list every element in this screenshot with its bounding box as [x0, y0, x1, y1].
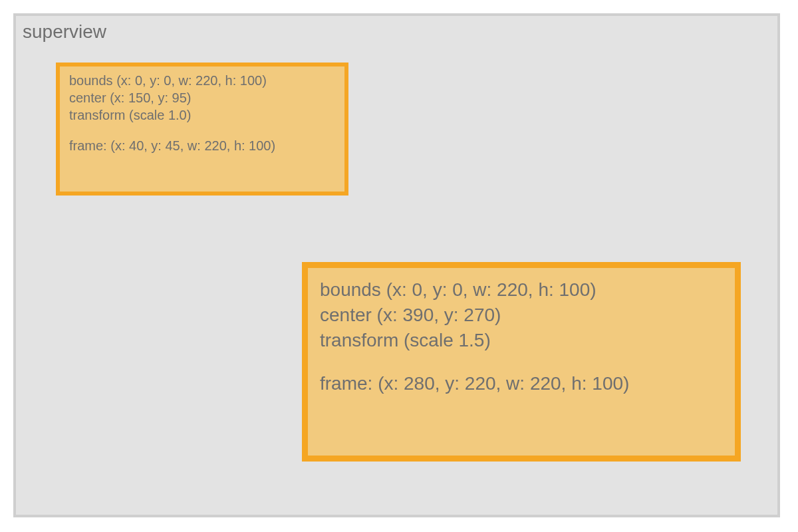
transform-line: transform (scale 1.5) — [320, 328, 723, 353]
center-line: center (x: 150, y: 95) — [69, 89, 336, 106]
frame-line: frame: (x: 280, y: 220, w: 220, h: 100) — [320, 371, 723, 396]
spacer — [69, 124, 336, 137]
diagram-canvas: superview bounds (x: 0, y: 0, w: 220, h:… — [0, 0, 798, 532]
bounds-line: bounds (x: 0, y: 0, w: 220, h: 100) — [320, 277, 723, 303]
child-view-scaled: bounds (x: 0, y: 0, w: 220, h: 100) cent… — [302, 262, 741, 462]
transform-line: transform (scale 1.0) — [69, 106, 336, 124]
bounds-line: bounds (x: 0, y: 0, w: 220, h: 100) — [69, 72, 336, 89]
spacer — [320, 352, 723, 371]
child-view-original: bounds (x: 0, y: 0, w: 220, h: 100) cent… — [56, 63, 348, 196]
superview-label: superview — [23, 21, 106, 43]
frame-line: frame: (x: 40, y: 45, w: 220, h: 100) — [69, 137, 336, 154]
center-line: center (x: 390, y: 270) — [320, 303, 723, 328]
superview-container: superview bounds (x: 0, y: 0, w: 220, h:… — [13, 13, 780, 517]
